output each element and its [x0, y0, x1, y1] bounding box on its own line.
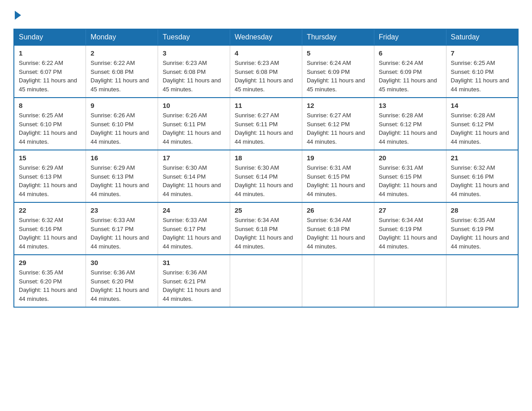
day-number: 13 [379, 102, 442, 109]
day-info: Sunrise: 6:34 AM Sunset: 6:18 PM Dayligh… [235, 216, 297, 251]
day-number: 3 [163, 49, 225, 57]
calendar-cell: 22 Sunrise: 6:32 AM Sunset: 6:16 PM Dayl… [14, 202, 86, 255]
logo-arrow-icon [15, 11, 21, 20]
day-info: Sunrise: 6:35 AM Sunset: 6:20 PM Dayligh… [19, 268, 81, 303]
calendar-cell: 6 Sunrise: 6:24 AM Sunset: 6:09 PM Dayli… [374, 45, 446, 98]
calendar-cell [302, 255, 374, 307]
calendar-cell: 7 Sunrise: 6:25 AM Sunset: 6:10 PM Dayli… [446, 45, 518, 98]
day-info: Sunrise: 6:32 AM Sunset: 6:16 PM Dayligh… [19, 216, 81, 251]
logo [13, 9, 22, 20]
day-number: 2 [90, 49, 153, 57]
calendar-header-tuesday: Tuesday [158, 29, 230, 45]
day-info: Sunrise: 6:28 AM Sunset: 6:12 PM Dayligh… [379, 111, 442, 146]
calendar-cell: 9 Sunrise: 6:26 AM Sunset: 6:10 PM Dayli… [86, 98, 158, 150]
day-info: Sunrise: 6:35 AM Sunset: 6:19 PM Dayligh… [451, 216, 513, 251]
day-info: Sunrise: 6:29 AM Sunset: 6:13 PM Dayligh… [19, 163, 81, 198]
calendar-cell: 17 Sunrise: 6:30 AM Sunset: 6:14 PM Dayl… [158, 150, 230, 202]
day-number: 4 [235, 49, 297, 57]
day-info: Sunrise: 6:22 AM Sunset: 6:07 PM Dayligh… [19, 59, 81, 94]
calendar-cell: 2 Sunrise: 6:22 AM Sunset: 6:08 PM Dayli… [86, 45, 158, 98]
calendar-cell: 1 Sunrise: 6:22 AM Sunset: 6:07 PM Dayli… [14, 45, 86, 98]
calendar-cell: 11 Sunrise: 6:27 AM Sunset: 6:11 PM Dayl… [230, 98, 302, 150]
calendar-cell: 10 Sunrise: 6:26 AM Sunset: 6:11 PM Dayl… [158, 98, 230, 150]
day-number: 24 [163, 206, 225, 214]
calendar-header-wednesday: Wednesday [230, 29, 302, 45]
day-info: Sunrise: 6:22 AM Sunset: 6:08 PM Dayligh… [90, 59, 153, 94]
calendar-cell: 30 Sunrise: 6:36 AM Sunset: 6:20 PM Dayl… [86, 255, 158, 307]
day-info: Sunrise: 6:24 AM Sunset: 6:09 PM Dayligh… [379, 59, 442, 94]
day-info: Sunrise: 6:26 AM Sunset: 6:11 PM Dayligh… [163, 111, 225, 146]
day-number: 23 [90, 206, 153, 214]
page-header [13, 9, 519, 20]
calendar-cell: 27 Sunrise: 6:34 AM Sunset: 6:19 PM Dayl… [374, 202, 446, 255]
day-info: Sunrise: 6:25 AM Sunset: 6:10 PM Dayligh… [451, 59, 513, 94]
day-info: Sunrise: 6:28 AM Sunset: 6:12 PM Dayligh… [451, 111, 513, 146]
calendar-header-row: SundayMondayTuesdayWednesdayThursdayFrid… [14, 29, 518, 45]
day-info: Sunrise: 6:27 AM Sunset: 6:11 PM Dayligh… [235, 111, 297, 146]
day-info: Sunrise: 6:25 AM Sunset: 6:10 PM Dayligh… [19, 111, 81, 146]
day-number: 28 [451, 206, 513, 214]
calendar-cell: 5 Sunrise: 6:24 AM Sunset: 6:09 PM Dayli… [302, 45, 374, 98]
calendar-week-2: 8 Sunrise: 6:25 AM Sunset: 6:10 PM Dayli… [14, 98, 518, 150]
calendar-cell [446, 255, 518, 307]
day-number: 17 [163, 154, 225, 162]
day-number: 21 [451, 154, 513, 162]
calendar-week-4: 22 Sunrise: 6:32 AM Sunset: 6:16 PM Dayl… [14, 202, 518, 255]
day-number: 27 [379, 206, 442, 214]
day-number: 30 [90, 259, 153, 266]
day-number: 11 [235, 102, 297, 109]
calendar-cell: 14 Sunrise: 6:28 AM Sunset: 6:12 PM Dayl… [446, 98, 518, 150]
calendar-week-1: 1 Sunrise: 6:22 AM Sunset: 6:07 PM Dayli… [14, 45, 518, 98]
calendar-header-friday: Friday [374, 29, 446, 45]
calendar-cell: 20 Sunrise: 6:31 AM Sunset: 6:15 PM Dayl… [374, 150, 446, 202]
calendar-cell: 25 Sunrise: 6:34 AM Sunset: 6:18 PM Dayl… [230, 202, 302, 255]
day-info: Sunrise: 6:32 AM Sunset: 6:16 PM Dayligh… [451, 163, 513, 198]
day-number: 8 [19, 102, 81, 109]
day-number: 16 [90, 154, 153, 162]
calendar-header-sunday: Sunday [14, 29, 86, 45]
calendar-cell: 29 Sunrise: 6:35 AM Sunset: 6:20 PM Dayl… [14, 255, 86, 307]
day-info: Sunrise: 6:24 AM Sunset: 6:09 PM Dayligh… [307, 59, 369, 94]
day-number: 10 [163, 102, 225, 109]
day-info: Sunrise: 6:23 AM Sunset: 6:08 PM Dayligh… [163, 59, 225, 94]
calendar-cell: 8 Sunrise: 6:25 AM Sunset: 6:10 PM Dayli… [14, 98, 86, 150]
day-info: Sunrise: 6:30 AM Sunset: 6:14 PM Dayligh… [235, 163, 297, 198]
calendar-table: SundayMondayTuesdayWednesdayThursdayFrid… [13, 29, 519, 308]
day-info: Sunrise: 6:29 AM Sunset: 6:13 PM Dayligh… [90, 163, 153, 198]
day-number: 19 [307, 154, 369, 162]
day-info: Sunrise: 6:31 AM Sunset: 6:15 PM Dayligh… [307, 163, 369, 198]
day-number: 26 [307, 206, 369, 214]
day-number: 25 [235, 206, 297, 214]
day-info: Sunrise: 6:36 AM Sunset: 6:20 PM Dayligh… [90, 268, 153, 303]
calendar-cell: 19 Sunrise: 6:31 AM Sunset: 6:15 PM Dayl… [302, 150, 374, 202]
calendar-cell: 16 Sunrise: 6:29 AM Sunset: 6:13 PM Dayl… [86, 150, 158, 202]
calendar-cell: 3 Sunrise: 6:23 AM Sunset: 6:08 PM Dayli… [158, 45, 230, 98]
calendar-cell: 31 Sunrise: 6:36 AM Sunset: 6:21 PM Dayl… [158, 255, 230, 307]
day-info: Sunrise: 6:23 AM Sunset: 6:08 PM Dayligh… [235, 59, 297, 94]
day-info: Sunrise: 6:33 AM Sunset: 6:17 PM Dayligh… [163, 216, 225, 251]
calendar-header-saturday: Saturday [446, 29, 518, 45]
day-number: 9 [90, 102, 153, 109]
day-number: 5 [307, 49, 369, 57]
day-info: Sunrise: 6:31 AM Sunset: 6:15 PM Dayligh… [379, 163, 442, 198]
day-info: Sunrise: 6:34 AM Sunset: 6:18 PM Dayligh… [307, 216, 369, 251]
calendar-cell [230, 255, 302, 307]
day-info: Sunrise: 6:34 AM Sunset: 6:19 PM Dayligh… [379, 216, 442, 251]
day-number: 18 [235, 154, 297, 162]
day-info: Sunrise: 6:36 AM Sunset: 6:21 PM Dayligh… [163, 268, 225, 303]
calendar-header-monday: Monday [86, 29, 158, 45]
day-number: 1 [19, 49, 81, 57]
calendar-header-thursday: Thursday [302, 29, 374, 45]
day-number: 20 [379, 154, 442, 162]
day-number: 29 [19, 259, 81, 266]
calendar-cell: 4 Sunrise: 6:23 AM Sunset: 6:08 PM Dayli… [230, 45, 302, 98]
calendar-cell [374, 255, 446, 307]
calendar-cell: 21 Sunrise: 6:32 AM Sunset: 6:16 PM Dayl… [446, 150, 518, 202]
day-number: 14 [451, 102, 513, 109]
calendar-cell: 13 Sunrise: 6:28 AM Sunset: 6:12 PM Dayl… [374, 98, 446, 150]
calendar-cell: 26 Sunrise: 6:34 AM Sunset: 6:18 PM Dayl… [302, 202, 374, 255]
calendar-cell: 28 Sunrise: 6:35 AM Sunset: 6:19 PM Dayl… [446, 202, 518, 255]
calendar-cell: 24 Sunrise: 6:33 AM Sunset: 6:17 PM Dayl… [158, 202, 230, 255]
calendar-week-5: 29 Sunrise: 6:35 AM Sunset: 6:20 PM Dayl… [14, 255, 518, 307]
day-number: 12 [307, 102, 369, 109]
